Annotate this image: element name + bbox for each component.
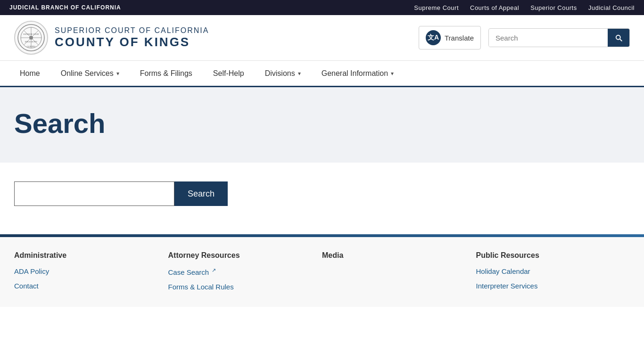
translate-icon: 文A [426, 30, 441, 45]
footer-col-media: Media [322, 251, 476, 297]
footer-columns: Administrative ADA Policy Contact Attorn… [14, 251, 630, 297]
footer-link-ada-policy[interactable]: ADA Policy [14, 267, 159, 275]
header-search-button[interactable] [608, 29, 629, 47]
top-bar: JUDICIAL BRANCH OF CALIFORNIA Supreme Co… [0, 0, 644, 15]
nav-item-online-services[interactable]: Online Services ▾ [50, 61, 130, 86]
footer-col-public-resources: Public Resources Holiday Calendar Interp… [476, 251, 630, 297]
court-name-line1: SUPERIOR COURT OF CALIFORNIA [55, 26, 209, 35]
nav-item-forms-filings[interactable]: Forms & Filings [130, 61, 203, 86]
logo-area: SUPERIOR COURT KINGS COUNTY CALIFORNIA S… [14, 21, 209, 55]
header-search-box [488, 28, 630, 47]
header-search-input[interactable] [489, 29, 608, 47]
translate-button[interactable]: 文A Translate [419, 26, 481, 49]
nav-item-divisions[interactable]: Divisions ▾ [255, 61, 311, 86]
court-seal: SUPERIOR COURT KINGS COUNTY CALIFORNIA [14, 21, 48, 55]
site-header: SUPERIOR COURT KINGS COUNTY CALIFORNIA S… [0, 15, 644, 61]
nav-item-home[interactable]: Home [9, 61, 50, 86]
nav-item-divisions-label: Divisions [265, 69, 295, 78]
header-right: 文A Translate [419, 26, 630, 49]
court-name: SUPERIOR COURT OF CALIFORNIA COUNTY OF K… [55, 26, 209, 49]
judicial-council-link[interactable]: Judicial Council [588, 4, 635, 11]
page-title: Search [14, 107, 105, 139]
court-name-line2: COUNTY OF KINGS [55, 35, 209, 49]
chevron-down-icon-3: ▾ [391, 70, 394, 77]
footer-col-media-title: Media [322, 251, 467, 260]
footer-col-administrative: Administrative ADA Policy Contact [14, 251, 168, 297]
footer-link-interpreter-services[interactable]: Interpreter Services [476, 282, 621, 290]
nav-item-self-help-label: Self-Help [213, 69, 244, 78]
search-section: Search [0, 163, 644, 234]
footer-col-attorney-resources: Attorney Resources Case Search ↗ Forms &… [168, 251, 322, 297]
top-bar-links: Supreme Court Courts of Appeal Superior … [414, 4, 635, 11]
supreme-court-link[interactable]: Supreme Court [414, 4, 459, 11]
footer: Administrative ADA Policy Contact Attorn… [0, 237, 644, 307]
chevron-down-icon: ▾ [116, 70, 119, 77]
external-link-icon: ↗ [212, 267, 216, 273]
page-hero: Search [0, 87, 644, 163]
footer-link-forms-local-rules[interactable]: Forms & Local Rules [168, 283, 313, 291]
nav-item-online-services-label: Online Services [61, 69, 114, 78]
chevron-down-icon-2: ▾ [298, 70, 301, 77]
nav-item-general-information[interactable]: General Information ▾ [311, 61, 404, 86]
footer-col-administrative-title: Administrative [14, 251, 159, 260]
nav-item-general-information-label: General Information [322, 69, 388, 78]
footer-link-holiday-calendar[interactable]: Holiday Calendar [476, 267, 621, 275]
svg-text:CALIFORNIA: CALIFORNIA [27, 46, 36, 48]
nav-item-forms-filings-label: Forms & Filings [140, 69, 192, 78]
footer-col-attorney-resources-title: Attorney Resources [168, 251, 313, 260]
footer-link-case-search[interactable]: Case Search ↗ [168, 267, 313, 276]
branch-label: JUDICIAL BRANCH OF CALIFORNIA [9, 4, 121, 11]
svg-text:KINGS COUNTY: KINGS COUNTY [25, 41, 38, 43]
footer-link-contact[interactable]: Contact [14, 282, 159, 290]
search-icon [614, 33, 623, 42]
translate-label: Translate [445, 34, 474, 42]
svg-text:SUPERIOR COURT: SUPERIOR COURT [23, 33, 39, 35]
superior-courts-link[interactable]: Superior Courts [530, 4, 577, 11]
footer-link-case-search-label: Case Search [168, 268, 209, 276]
main-search-input[interactable] [14, 181, 174, 206]
main-nav: Home Online Services ▾ Forms & Filings S… [0, 61, 644, 87]
main-search-button[interactable]: Search [174, 181, 228, 206]
nav-item-home-label: Home [20, 69, 40, 78]
footer-col-public-resources-title: Public Resources [476, 251, 621, 260]
courts-of-appeal-link[interactable]: Courts of Appeal [470, 4, 519, 11]
nav-item-self-help[interactable]: Self-Help [203, 61, 255, 86]
